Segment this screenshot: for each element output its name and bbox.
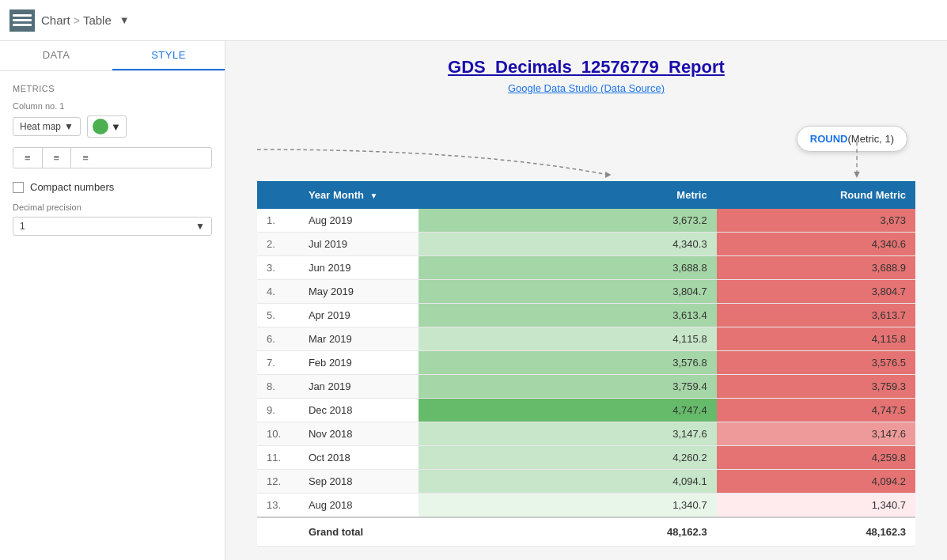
row-date: Jan 2019 [299, 375, 419, 399]
col-header-round-metric: Round Metric [717, 181, 915, 209]
row-round-metric: 4,115.8 [717, 327, 915, 351]
row-date: Jun 2019 [299, 256, 419, 280]
row-round-metric: 3,673 [717, 209, 915, 233]
row-date: Jul 2019 [299, 233, 419, 256]
round-tooltip: ROUND(Metric, 1) [797, 126, 907, 152]
color-swatch [93, 119, 108, 134]
decimal-dropdown-arrow[interactable]: ▼ [195, 221, 205, 232]
compact-numbers-checkbox[interactable] [13, 182, 24, 193]
row-metric: 3,576.8 [419, 351, 717, 375]
row-date: Sep 2018 [299, 470, 419, 494]
row-round-metric: 3,759.3 [717, 375, 915, 399]
row-round-metric: 3,147.6 [717, 422, 915, 446]
row-metric: 4,340.3 [419, 233, 717, 256]
row-round-metric: 3,576.5 [717, 351, 915, 375]
svg-marker-0 [605, 172, 611, 178]
table-footer: Grand total 48,162.3 48,162.3 [257, 517, 915, 547]
row-date: Dec 2018 [299, 399, 419, 422]
table-row: 8. Jan 2019 3,759.4 3,759.3 [257, 375, 915, 399]
svg-marker-1 [854, 172, 859, 178]
heatmap-select[interactable]: Heat map ▼ [13, 117, 81, 136]
row-date: Aug 2019 [299, 209, 419, 233]
breadcrumb-separator: > [74, 14, 80, 27]
row-metric: 4,747.4 [419, 399, 717, 422]
row-round-metric: 4,094.2 [717, 470, 915, 494]
row-round-metric: 1,340.7 [717, 494, 915, 518]
tooltip-rest: (Metric, 1) [848, 133, 895, 145]
tab-style[interactable]: STYLE [112, 41, 225, 70]
col-header-metric: Metric [419, 181, 717, 209]
col-header-year-month[interactable]: Year Month ▼ [299, 181, 419, 209]
metrics-section-label: Metrics [13, 84, 212, 93]
row-round-metric: 3,688.9 [717, 256, 915, 280]
heatmap-dropdown-arrow[interactable]: ▼ [64, 121, 74, 132]
table-icon [9, 9, 35, 32]
compact-numbers-row: Compact numbers [13, 181, 212, 193]
row-num: 3. [257, 256, 299, 280]
table-row: 1. Aug 2019 3,673.2 3,673 [257, 209, 915, 233]
row-date: May 2019 [299, 280, 419, 304]
decimal-precision-label: Decimal precision [13, 202, 212, 212]
main-content: GDS_Decimals_12576779_Report Google Data… [225, 41, 947, 560]
chevron-down-icon[interactable]: ▼ [119, 14, 130, 26]
row-metric: 3,147.6 [419, 422, 717, 446]
table-row: 13. Aug 2018 1,340.7 1,340.7 [257, 494, 915, 518]
breadcrumb: Chart > Table ▼ [41, 13, 130, 27]
align-center-btn[interactable]: ≡ [43, 148, 72, 168]
row-date: Apr 2019 [299, 304, 419, 327]
heatmap-label: Heat map [20, 121, 61, 132]
table-header-row: Year Month ▼ Metric Round Metric [257, 181, 915, 209]
breadcrumb-table[interactable]: Table [83, 13, 112, 27]
align-right-btn[interactable]: ≡ [71, 148, 100, 168]
report-title: GDS_Decimals_12576779_Report [257, 57, 915, 78]
grand-total-round: 48,162.3 [717, 517, 915, 547]
tooltip-area: ROUND(Metric, 1) [257, 118, 915, 181]
row-num: 13. [257, 494, 299, 518]
row-round-metric: 4,340.6 [717, 233, 915, 256]
tab-data[interactable]: DATA [0, 41, 112, 70]
row-date: Aug 2018 [299, 494, 419, 518]
row-metric: 3,804.7 [419, 280, 717, 304]
top-bar: Chart > Table ▼ [0, 0, 947, 41]
row-num: 5. [257, 304, 299, 327]
tab-bar: DATA STYLE [0, 41, 225, 71]
row-date: Nov 2018 [299, 422, 419, 446]
row-round-metric: 3,613.7 [717, 304, 915, 327]
compact-numbers-label: Compact numbers [30, 181, 114, 193]
decimal-value: 1 [20, 221, 25, 232]
grand-total-label: Grand total [299, 517, 419, 547]
table-row: 3. Jun 2019 3,688.8 3,688.9 [257, 256, 915, 280]
grand-total-metric: 48,162.3 [419, 517, 717, 547]
sort-arrow-icon: ▼ [370, 191, 378, 200]
table-row: 11. Oct 2018 4,260.2 4,259.8 [257, 446, 915, 470]
row-round-metric: 3,804.7 [717, 280, 915, 304]
row-metric: 4,260.2 [419, 446, 717, 470]
breadcrumb-chart[interactable]: Chart [41, 13, 70, 27]
table-row: 9. Dec 2018 4,747.4 4,747.5 [257, 399, 915, 422]
grand-total-empty [257, 517, 299, 547]
report-subtitle[interactable]: Google Data Studio (Data Source) [257, 82, 915, 94]
row-metric: 3,613.4 [419, 304, 717, 327]
decimal-precision-select[interactable]: 1 ▼ [13, 217, 212, 236]
row-metric: 3,673.2 [419, 209, 717, 233]
table-row: 7. Feb 2019 3,576.8 3,576.5 [257, 351, 915, 375]
row-num: 2. [257, 233, 299, 256]
row-date: Feb 2019 [299, 351, 419, 375]
row-date: Oct 2018 [299, 446, 419, 470]
heatmap-control-row: Heat map ▼ ▼ [13, 115, 212, 138]
table-row: 10. Nov 2018 3,147.6 3,147.6 [257, 422, 915, 446]
row-num: 1. [257, 209, 299, 233]
row-metric: 4,115.8 [419, 327, 717, 351]
tooltip-keyword: ROUND [810, 133, 848, 145]
grand-total-row: Grand total 48,162.3 48,162.3 [257, 517, 915, 547]
table-row: 2. Jul 2019 4,340.3 4,340.6 [257, 233, 915, 256]
row-num: 12. [257, 470, 299, 494]
row-round-metric: 4,259.8 [717, 446, 915, 470]
color-picker-btn[interactable]: ▼ [87, 115, 127, 138]
align-left-btn[interactable]: ≡ [13, 148, 43, 168]
column-no-label: Column no. 1 [13, 101, 212, 111]
row-round-metric: 4,747.5 [717, 399, 915, 422]
row-num: 7. [257, 351, 299, 375]
row-metric: 3,759.4 [419, 375, 717, 399]
color-dropdown-arrow[interactable]: ▼ [111, 121, 121, 133]
